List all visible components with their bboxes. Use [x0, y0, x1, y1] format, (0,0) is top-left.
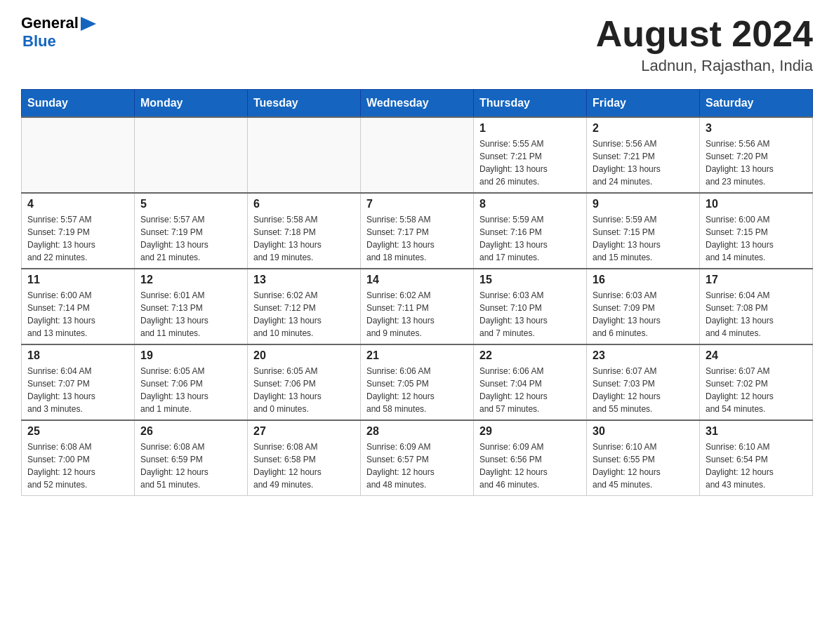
logo-blue-text: Blue — [22, 32, 56, 51]
day-number: 7 — [366, 198, 468, 210]
day-info: Sunrise: 6:04 AM Sunset: 7:08 PM Dayligh… — [706, 289, 807, 340]
day-number: 17 — [706, 274, 807, 286]
calendar-cell: 13Sunrise: 6:02 AM Sunset: 7:12 PM Dayli… — [248, 269, 361, 344]
calendar-cell: 17Sunrise: 6:04 AM Sunset: 7:08 PM Dayli… — [700, 269, 813, 344]
page-header: General Blue August 2024 Ladnun, Rajasth… — [21, 14, 813, 75]
calendar-cell: 22Sunrise: 6:06 AM Sunset: 7:04 PM Dayli… — [474, 344, 587, 420]
calendar-cell — [22, 117, 135, 193]
day-info: Sunrise: 6:09 AM Sunset: 6:56 PM Dayligh… — [479, 441, 581, 491]
calendar-cell: 20Sunrise: 6:05 AM Sunset: 7:06 PM Dayli… — [248, 344, 361, 420]
day-number: 5 — [140, 198, 241, 210]
day-number: 31 — [706, 425, 807, 438]
calendar-cell: 8Sunrise: 5:59 AM Sunset: 7:16 PM Daylig… — [474, 193, 587, 269]
day-info: Sunrise: 6:07 AM Sunset: 7:02 PM Dayligh… — [706, 365, 807, 415]
day-info: Sunrise: 6:09 AM Sunset: 6:57 PM Dayligh… — [366, 441, 468, 491]
day-info: Sunrise: 6:06 AM Sunset: 7:05 PM Dayligh… — [366, 365, 468, 415]
day-info: Sunrise: 6:00 AM Sunset: 7:15 PM Dayligh… — [706, 213, 807, 264]
day-info: Sunrise: 6:03 AM Sunset: 7:10 PM Dayligh… — [479, 289, 581, 340]
day-header-friday: Friday — [587, 90, 700, 118]
day-info: Sunrise: 5:57 AM Sunset: 7:19 PM Dayligh… — [140, 213, 241, 264]
day-info: Sunrise: 5:59 AM Sunset: 7:16 PM Dayligh… — [479, 213, 581, 264]
day-number: 13 — [253, 274, 355, 286]
day-header-thursday: Thursday — [474, 90, 587, 118]
week-row-2: 4Sunrise: 5:57 AM Sunset: 7:19 PM Daylig… — [22, 193, 813, 269]
day-number: 4 — [27, 198, 128, 210]
day-number: 27 — [253, 425, 355, 438]
calendar-cell: 29Sunrise: 6:09 AM Sunset: 6:56 PM Dayli… — [474, 420, 587, 496]
day-number: 1 — [479, 122, 581, 135]
day-number: 20 — [253, 349, 355, 362]
day-number: 16 — [593, 274, 694, 286]
calendar-cell: 5Sunrise: 5:57 AM Sunset: 7:19 PM Daylig… — [135, 193, 248, 269]
location-title: Ladnun, Rajasthan, India — [596, 57, 813, 75]
day-number: 23 — [593, 349, 694, 362]
day-info: Sunrise: 5:56 AM Sunset: 7:20 PM Dayligh… — [706, 137, 807, 188]
month-title: August 2024 — [596, 14, 813, 54]
day-info: Sunrise: 6:07 AM Sunset: 7:03 PM Dayligh… — [593, 365, 694, 415]
calendar-cell: 18Sunrise: 6:04 AM Sunset: 7:07 PM Dayli… — [22, 344, 135, 420]
calendar-cell: 25Sunrise: 6:08 AM Sunset: 7:00 PM Dayli… — [22, 420, 135, 496]
day-number: 29 — [479, 425, 581, 438]
day-header-sunday: Sunday — [22, 90, 135, 118]
day-info: Sunrise: 6:10 AM Sunset: 6:55 PM Dayligh… — [593, 441, 694, 491]
day-info: Sunrise: 6:02 AM Sunset: 7:11 PM Dayligh… — [366, 289, 468, 340]
day-number: 15 — [479, 274, 581, 286]
svg-marker-0 — [81, 17, 96, 31]
day-number: 21 — [366, 349, 468, 362]
day-info: Sunrise: 6:08 AM Sunset: 6:58 PM Dayligh… — [253, 441, 355, 491]
day-number: 10 — [706, 198, 807, 210]
day-info: Sunrise: 6:02 AM Sunset: 7:12 PM Dayligh… — [253, 289, 355, 340]
day-header-monday: Monday — [135, 90, 248, 118]
calendar-cell: 31Sunrise: 6:10 AM Sunset: 6:54 PM Dayli… — [700, 420, 813, 496]
calendar-cell: 24Sunrise: 6:07 AM Sunset: 7:02 PM Dayli… — [700, 344, 813, 420]
calendar-cell — [135, 117, 248, 193]
calendar-cell: 21Sunrise: 6:06 AM Sunset: 7:05 PM Dayli… — [361, 344, 474, 420]
calendar-cell: 26Sunrise: 6:08 AM Sunset: 6:59 PM Dayli… — [135, 420, 248, 496]
calendar-cell: 27Sunrise: 6:08 AM Sunset: 6:58 PM Dayli… — [248, 420, 361, 496]
day-header-tuesday: Tuesday — [248, 90, 361, 118]
calendar-cell: 11Sunrise: 6:00 AM Sunset: 7:14 PM Dayli… — [22, 269, 135, 344]
week-row-4: 18Sunrise: 6:04 AM Sunset: 7:07 PM Dayli… — [22, 344, 813, 420]
week-row-1: 1Sunrise: 5:55 AM Sunset: 7:21 PM Daylig… — [22, 117, 813, 193]
week-row-3: 11Sunrise: 6:00 AM Sunset: 7:14 PM Dayli… — [22, 269, 813, 344]
day-number: 8 — [479, 198, 581, 210]
day-number: 18 — [27, 349, 128, 362]
calendar-cell: 3Sunrise: 5:56 AM Sunset: 7:20 PM Daylig… — [700, 117, 813, 193]
day-number: 9 — [593, 198, 694, 210]
day-header-wednesday: Wednesday — [361, 90, 474, 118]
day-info: Sunrise: 5:56 AM Sunset: 7:21 PM Dayligh… — [593, 137, 694, 188]
day-number: 30 — [593, 425, 694, 438]
calendar-cell: 1Sunrise: 5:55 AM Sunset: 7:21 PM Daylig… — [474, 117, 587, 193]
day-info: Sunrise: 6:00 AM Sunset: 7:14 PM Dayligh… — [27, 289, 128, 340]
calendar-cell: 19Sunrise: 6:05 AM Sunset: 7:06 PM Dayli… — [135, 344, 248, 420]
day-info: Sunrise: 6:10 AM Sunset: 6:54 PM Dayligh… — [706, 441, 807, 491]
day-number: 2 — [593, 122, 694, 135]
day-info: Sunrise: 5:55 AM Sunset: 7:21 PM Dayligh… — [479, 137, 581, 188]
day-number: 14 — [366, 274, 468, 286]
day-number: 24 — [706, 349, 807, 362]
day-info: Sunrise: 6:03 AM Sunset: 7:09 PM Dayligh… — [593, 289, 694, 340]
logo-arrow-icon — [81, 17, 96, 31]
day-info: Sunrise: 6:04 AM Sunset: 7:07 PM Dayligh… — [27, 365, 128, 415]
calendar-table: SundayMondayTuesdayWednesdayThursdayFrid… — [21, 89, 813, 496]
calendar-cell: 15Sunrise: 6:03 AM Sunset: 7:10 PM Dayli… — [474, 269, 587, 344]
calendar-cell: 10Sunrise: 6:00 AM Sunset: 7:15 PM Dayli… — [700, 193, 813, 269]
calendar-cell: 4Sunrise: 5:57 AM Sunset: 7:19 PM Daylig… — [22, 193, 135, 269]
day-info: Sunrise: 5:59 AM Sunset: 7:15 PM Dayligh… — [593, 213, 694, 264]
day-number: 22 — [479, 349, 581, 362]
calendar-cell: 30Sunrise: 6:10 AM Sunset: 6:55 PM Dayli… — [587, 420, 700, 496]
day-number: 12 — [140, 274, 241, 286]
day-info: Sunrise: 6:08 AM Sunset: 6:59 PM Dayligh… — [140, 441, 241, 491]
day-number: 28 — [366, 425, 468, 438]
day-number: 3 — [706, 122, 807, 135]
calendar-cell: 7Sunrise: 5:58 AM Sunset: 7:17 PM Daylig… — [361, 193, 474, 269]
day-info: Sunrise: 5:58 AM Sunset: 7:18 PM Dayligh… — [253, 213, 355, 264]
calendar-cell: 23Sunrise: 6:07 AM Sunset: 7:03 PM Dayli… — [587, 344, 700, 420]
title-block: August 2024 Ladnun, Rajasthan, India — [596, 14, 813, 75]
calendar-cell: 16Sunrise: 6:03 AM Sunset: 7:09 PM Dayli… — [587, 269, 700, 344]
calendar-cell: 9Sunrise: 5:59 AM Sunset: 7:15 PM Daylig… — [587, 193, 700, 269]
day-number: 11 — [27, 274, 128, 286]
day-header-saturday: Saturday — [700, 90, 813, 118]
calendar-header-row: SundayMondayTuesdayWednesdayThursdayFrid… — [22, 90, 813, 118]
calendar-cell: 2Sunrise: 5:56 AM Sunset: 7:21 PM Daylig… — [587, 117, 700, 193]
